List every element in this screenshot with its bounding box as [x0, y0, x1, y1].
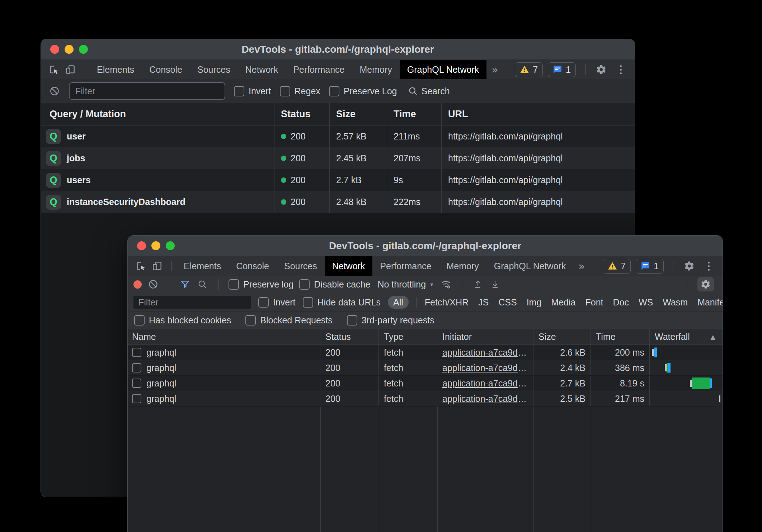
type-filter-doc[interactable]: Doc: [613, 297, 629, 308]
regex-checkbox-group[interactable]: Regex: [280, 86, 320, 96]
tab-sources[interactable]: Sources: [190, 60, 238, 79]
tab-network[interactable]: Network: [325, 256, 373, 276]
filter-input[interactable]: [133, 296, 251, 309]
table-row[interactable]: Qusers 200 2.7 kB 9s https://gitlab.com/…: [41, 169, 635, 191]
record-button[interactable]: [133, 280, 142, 289]
column-header-size[interactable]: Size: [330, 103, 387, 125]
warnings-badge[interactable]: 7: [603, 259, 631, 274]
column-header-status[interactable]: Status: [320, 329, 379, 345]
third-party-requests-checkbox[interactable]: [347, 315, 357, 326]
invert-checkbox[interactable]: [258, 297, 269, 308]
type-filter-manifest[interactable]: Manifest: [697, 297, 723, 308]
initiator-link[interactable]: application-a7ca9d0…: [442, 347, 528, 358]
table-row[interactable]: Quser 200 2.57 kB 211ms https://gitlab.c…: [41, 125, 635, 147]
more-tabs-icon[interactable]: »: [486, 63, 503, 76]
tab-console[interactable]: Console: [229, 256, 277, 276]
more-options-icon[interactable]: [704, 262, 713, 271]
tab-elements[interactable]: Elements: [176, 256, 229, 276]
blocked-requests-checkbox-group[interactable]: Blocked Requests: [245, 315, 333, 326]
export-har-icon[interactable]: [489, 279, 501, 290]
table-row[interactable]: QinstanceSecurityDashboard 200 2.48 kB 2…: [41, 191, 635, 213]
warnings-badge[interactable]: 7: [515, 62, 543, 77]
type-filter-fetch-xhr[interactable]: Fetch/XHR: [425, 297, 469, 308]
column-header-query-mutation[interactable]: Query / Mutation: [41, 103, 274, 125]
preserve-log-checkbox[interactable]: [229, 279, 239, 290]
disable-cache-checkbox-group[interactable]: Disable cache: [299, 279, 370, 290]
row-checkbox[interactable]: [132, 363, 141, 372]
type-filter-font[interactable]: Font: [585, 297, 603, 308]
tab-sources[interactable]: Sources: [277, 256, 325, 276]
invert-checkbox-group[interactable]: Invert: [258, 297, 296, 308]
initiator-link[interactable]: application-a7ca9d0…: [442, 378, 528, 389]
messages-badge[interactable]: 1: [636, 259, 664, 274]
has-blocked-cookies-checkbox[interactable]: [134, 315, 145, 326]
row-checkbox[interactable]: [132, 348, 141, 357]
inspect-icon[interactable]: [47, 63, 60, 76]
tab-memory[interactable]: Memory: [352, 60, 399, 79]
type-filter-css[interactable]: CSS: [498, 297, 517, 308]
settings-gear-icon[interactable]: [683, 260, 696, 272]
blocked-requests-checkbox[interactable]: [245, 315, 256, 326]
hide-data-urls-checkbox-group[interactable]: Hide data URLs: [303, 297, 381, 308]
import-har-icon[interactable]: [472, 279, 484, 290]
column-header-size[interactable]: Size: [533, 329, 591, 345]
clear-icon[interactable]: [49, 85, 60, 97]
messages-badge[interactable]: 1: [548, 62, 576, 77]
tab-elements[interactable]: Elements: [89, 60, 142, 79]
table-row[interactable]: graphql 200 fetch application-a7ca9d0… 2…: [128, 391, 723, 407]
column-header-time[interactable]: Time: [387, 103, 442, 125]
type-filter-media[interactable]: Media: [551, 297, 575, 308]
tab-graphql-network[interactable]: GraphQL Network: [486, 256, 574, 276]
column-header-status[interactable]: Status: [274, 103, 330, 125]
type-filter-ws[interactable]: WS: [639, 297, 653, 308]
type-filter-js[interactable]: JS: [478, 297, 489, 308]
tab-console[interactable]: Console: [142, 60, 190, 79]
device-toolbar-icon[interactable]: [64, 63, 77, 76]
hide-data-urls-checkbox[interactable]: [303, 297, 313, 308]
tab-performance[interactable]: Performance: [372, 256, 439, 276]
invert-checkbox[interactable]: [234, 86, 244, 96]
column-header-type[interactable]: Type: [379, 329, 437, 345]
column-header-name[interactable]: Name: [128, 329, 320, 345]
inspect-icon[interactable]: [134, 260, 147, 272]
column-header-time[interactable]: Time: [591, 329, 650, 345]
row-checkbox[interactable]: [132, 394, 141, 403]
preserve-log-checkbox-group[interactable]: Preserve log: [229, 279, 293, 290]
more-options-icon[interactable]: [616, 65, 625, 74]
table-row[interactable]: Qjobs 200 2.45 kB 207ms https://gitlab.c…: [41, 147, 635, 169]
disable-cache-checkbox[interactable]: [299, 279, 310, 290]
filter-funnel-icon[interactable]: [179, 279, 191, 290]
tab-memory[interactable]: Memory: [439, 256, 486, 276]
device-toolbar-icon[interactable]: [151, 260, 164, 272]
table-row[interactable]: graphql 200 fetch application-a7ca9d0… 2…: [128, 345, 723, 360]
tab-network[interactable]: Network: [238, 60, 286, 79]
invert-checkbox-group[interactable]: Invert: [234, 86, 271, 96]
row-checkbox[interactable]: [132, 379, 141, 388]
more-tabs-icon[interactable]: »: [573, 260, 590, 272]
regex-checkbox[interactable]: [280, 86, 290, 96]
preserve-log-checkbox[interactable]: [329, 86, 339, 96]
clear-icon[interactable]: [147, 279, 159, 290]
table-row[interactable]: graphql 200 fetch application-a7ca9d0… 2…: [128, 376, 723, 391]
search-button[interactable]: Search: [408, 86, 450, 96]
network-conditions-icon[interactable]: [440, 279, 452, 290]
type-filter-all[interactable]: All: [388, 296, 409, 309]
column-header-initiator[interactable]: Initiator: [437, 329, 533, 345]
column-header-url[interactable]: URL: [442, 103, 635, 125]
table-row[interactable]: graphql 200 fetch application-a7ca9d0… 2…: [128, 360, 723, 376]
third-party-requests-checkbox-group[interactable]: 3rd-party requests: [347, 315, 434, 326]
titlebar[interactable]: DevTools - gitlab.com/-/graphql-explorer: [41, 39, 635, 60]
preserve-log-checkbox-group[interactable]: Preserve Log: [329, 86, 397, 96]
has-blocked-cookies-checkbox-group[interactable]: Has blocked cookies: [134, 315, 231, 326]
settings-gear-icon[interactable]: [595, 63, 608, 76]
search-icon[interactable]: [197, 279, 208, 290]
tab-graphql-network[interactable]: GraphQL Network: [400, 60, 487, 79]
network-settings-gear-icon[interactable]: [697, 277, 714, 291]
tab-performance[interactable]: Performance: [286, 60, 352, 79]
column-header-waterfall[interactable]: Waterfall▲: [650, 329, 723, 345]
titlebar[interactable]: DevTools - gitlab.com/-/graphql-explorer: [128, 236, 723, 256]
throttling-dropdown[interactable]: No throttling ▾: [376, 279, 434, 290]
type-filter-wasm[interactable]: Wasm: [663, 297, 688, 308]
filter-input[interactable]: [69, 82, 225, 100]
initiator-link[interactable]: application-a7ca9d0…: [442, 394, 528, 404]
